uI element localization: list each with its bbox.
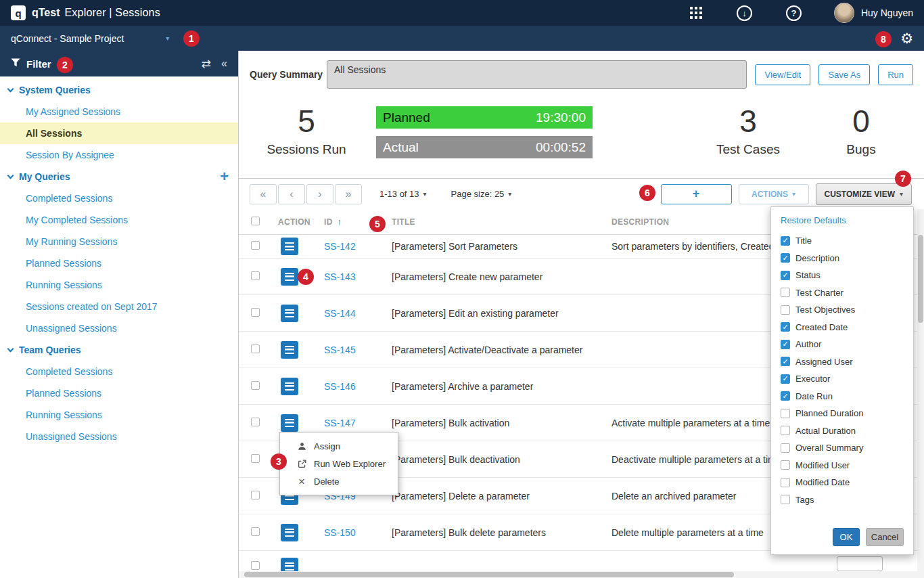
actions-button[interactable]: ACTIONS ▾	[739, 184, 809, 204]
session-id-link[interactable]: SS-142	[324, 241, 356, 252]
session-action-icon[interactable]	[281, 524, 298, 541]
session-action-icon[interactable]	[281, 305, 298, 322]
section-my-queries[interactable]: My Queries +	[0, 166, 238, 187]
sidebar-item-running-sessions[interactable]: Running Sessions	[0, 274, 238, 296]
session-id-link[interactable]: SS-147	[324, 418, 356, 428]
customize-option-actual-duration[interactable]: ✓ Actual Duration	[781, 422, 904, 440]
checkbox-icon[interactable]: ✓	[781, 236, 790, 246]
row-checkbox[interactable]	[251, 418, 260, 426]
checkbox-icon[interactable]: ✓	[781, 322, 790, 332]
session-action-icon[interactable]	[281, 378, 298, 395]
row-checkbox[interactable]	[251, 271, 260, 280]
user-avatar[interactable]	[834, 3, 854, 23]
add-query-icon[interactable]: +	[220, 169, 229, 184]
ok-button[interactable]: OK	[833, 528, 860, 546]
swap-panel-icon[interactable]: ⇄	[202, 57, 211, 71]
row-checkbox[interactable]	[251, 454, 260, 463]
view-edit-button[interactable]: View/Edit	[755, 64, 810, 85]
checkbox-icon[interactable]: ✓	[781, 426, 790, 435]
checkbox-icon[interactable]: ✓	[781, 495, 790, 504]
header-title[interactable]: TITLE	[392, 217, 611, 227]
session-action-icon[interactable]	[281, 238, 298, 255]
row-checkbox[interactable]	[251, 527, 260, 536]
prev-page-button[interactable]: ‹	[278, 184, 305, 204]
section-team-queries[interactable]: Team Queries	[0, 339, 238, 361]
menu-item-assign[interactable]: Assign	[280, 437, 398, 455]
session-id-link[interactable]: SS-146	[324, 381, 356, 392]
sidebar-item-all-sessions[interactable]: All Sessions	[0, 123, 238, 144]
customize-option-tags[interactable]: ✓ Tags	[781, 491, 904, 509]
checkbox-icon[interactable]: ✓	[781, 305, 790, 315]
customize-option-test-charter[interactable]: ✓ Test Charter	[781, 284, 904, 302]
session-id-link[interactable]: SS-143	[324, 271, 356, 282]
customize-option-author[interactable]: ✓ Author	[781, 336, 904, 353]
row-checkbox[interactable]	[251, 381, 260, 390]
sidebar-item-team-unassigned-sessions[interactable]: Unassigned Sessions	[0, 426, 238, 447]
session-action-icon[interactable]	[281, 268, 298, 286]
section-system-queries[interactable]: System Queries	[0, 79, 238, 101]
run-button[interactable]: Run	[878, 64, 913, 85]
checkbox-icon[interactable]: ✓	[781, 409, 790, 418]
session-action-icon[interactable]	[281, 341, 298, 359]
project-selector[interactable]: qConnect - Sample Project ▾	[11, 33, 169, 44]
add-session-button[interactable]: +	[661, 184, 732, 204]
sidebar-item-sessions-created-sept-2017[interactable]: Sessions created on Sept 2017	[0, 296, 238, 317]
next-page-button[interactable]: ›	[306, 184, 333, 204]
row-checkbox[interactable]	[251, 241, 260, 250]
scrollbar-thumb[interactable]	[244, 572, 734, 577]
menu-item-delete[interactable]: × Delete	[280, 472, 398, 490]
row-checkbox[interactable]	[251, 491, 260, 499]
customize-option-executor[interactable]: ✓ Executor	[781, 370, 904, 388]
vertical-scrollbar[interactable]	[917, 209, 924, 571]
session-action-icon[interactable]	[281, 414, 298, 432]
sidebar-item-completed-sessions[interactable]: Completed Sessions	[0, 187, 238, 209]
customize-view-button[interactable]: CUSTOMIZE VIEW ▾	[816, 183, 912, 205]
help-icon[interactable]: ?	[786, 5, 802, 21]
checkbox-icon[interactable]: ✓	[781, 443, 790, 453]
row-checkbox[interactable]	[251, 308, 260, 317]
save-as-button[interactable]: Save As	[818, 64, 870, 85]
sidebar-item-team-running-sessions[interactable]: Running Sessions	[0, 404, 238, 426]
sidebar-item-my-assigned-sessions[interactable]: My Assigned Sessions	[0, 101, 238, 123]
customize-option-status[interactable]: ✓ Status	[781, 267, 904, 284]
cancel-button[interactable]: Cancel	[866, 528, 904, 546]
checkbox-icon[interactable]: ✓	[781, 478, 790, 487]
checkbox-icon[interactable]: ✓	[781, 391, 790, 401]
page-size-dropdown[interactable]: Page size: 25 ▾	[451, 189, 512, 199]
checkbox-icon[interactable]: ✓	[781, 460, 790, 470]
sidebar-item-team-planned-sessions[interactable]: Planned Sessions	[0, 382, 238, 404]
sidebar-item-my-completed-sessions[interactable]: My Completed Sessions	[0, 209, 238, 231]
download-icon[interactable]: ↓	[737, 5, 752, 21]
customize-option-created-date[interactable]: ✓ Created Date	[781, 319, 904, 336]
session-id-link[interactable]: SS-144	[324, 308, 356, 319]
customize-option-modified-date[interactable]: ✓ Modified Date	[781, 474, 904, 491]
partial-hidden-button[interactable]	[837, 556, 883, 571]
restore-defaults-link[interactable]: Restore Defaults	[781, 215, 904, 225]
session-id-link[interactable]: SS-145	[324, 344, 356, 355]
customize-option-assigned-user[interactable]: ✓ Assigned User	[781, 353, 904, 371]
row-checkbox[interactable]	[251, 344, 260, 353]
filter-label[interactable]: Filter	[26, 58, 51, 70]
select-all-checkbox[interactable]	[251, 217, 260, 225]
settings-gear-icon[interactable]: ⚙	[900, 31, 913, 45]
horizontal-scrollbar[interactable]	[239, 571, 924, 578]
customize-option-planned-duration[interactable]: ✓ Planned Duration	[781, 405, 904, 422]
session-id-link[interactable]: SS-150	[324, 527, 356, 538]
checkbox-icon[interactable]: ✓	[781, 288, 790, 297]
row-range-dropdown[interactable]: 1-13 of 13 ▾	[379, 189, 427, 199]
customize-option-modified-user[interactable]: ✓ Modified User	[781, 457, 904, 474]
scrollbar-thumb[interactable]	[918, 235, 923, 323]
checkbox-icon[interactable]: ✓	[781, 271, 790, 280]
checkbox-icon[interactable]: ✓	[781, 253, 790, 263]
checkbox-icon[interactable]: ✓	[781, 340, 790, 349]
sort-ascending-icon[interactable]: ↑	[338, 217, 342, 227]
menu-item-run-web-explorer[interactable]: Run Web Explorer	[280, 455, 398, 472]
customize-option-overall-summary[interactable]: ✓ Overall Summary	[781, 439, 904, 457]
qtest-logo[interactable]: q	[11, 5, 26, 20]
customize-option-description[interactable]: ✓ Description	[781, 250, 904, 267]
first-page-button[interactable]: «	[250, 184, 277, 204]
checkbox-icon[interactable]: ✓	[781, 357, 790, 366]
customize-option-title[interactable]: ✓ Title	[781, 232, 904, 250]
user-name[interactable]: Huy Nguyen	[861, 7, 913, 18]
checkbox-icon[interactable]: ✓	[781, 374, 790, 384]
